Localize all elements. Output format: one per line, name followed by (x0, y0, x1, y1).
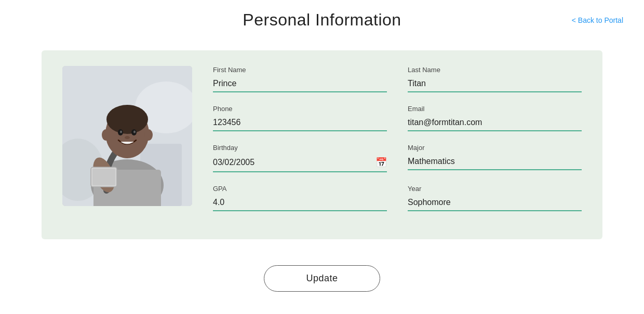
major-input[interactable] (408, 157, 582, 170)
update-section: Update (0, 250, 644, 302)
gpa-label: GPA (213, 185, 387, 193)
gpa-input[interactable] (213, 198, 387, 211)
svg-point-14 (120, 131, 122, 133)
birthday-input-wrapper: 📅 (213, 157, 387, 172)
major-label: Major (408, 144, 582, 152)
svg-rect-8 (92, 169, 115, 185)
last-name-field: Last Name (408, 66, 582, 92)
first-name-label: First Name (213, 66, 387, 74)
calendar-icon[interactable]: 📅 (375, 157, 387, 168)
svg-point-15 (133, 131, 136, 133)
svg-point-11 (106, 105, 148, 134)
form-row-contact: Phone Email (213, 105, 582, 131)
email-input[interactable] (408, 118, 582, 131)
form-row-gpa-year: GPA Year (213, 185, 582, 211)
update-button[interactable]: Update (264, 265, 380, 292)
year-input[interactable] (408, 198, 582, 211)
svg-point-16 (125, 136, 130, 139)
form-row-name: First Name Last Name (213, 66, 582, 92)
form-section: First Name Last Name Phone Email Birthda… (213, 66, 582, 224)
info-card: First Name Last Name Phone Email Birthda… (42, 50, 602, 239)
year-field: Year (408, 185, 582, 211)
last-name-input[interactable] (408, 79, 582, 92)
phone-label: Phone (213, 105, 387, 113)
form-row-birthday-major: Birthday 📅 Major (213, 144, 582, 172)
birthday-input[interactable] (213, 158, 373, 167)
phone-field: Phone (213, 105, 387, 131)
major-field: Major (408, 144, 582, 172)
first-name-input[interactable] (213, 79, 387, 92)
last-name-label: Last Name (408, 66, 582, 74)
email-label: Email (408, 105, 582, 113)
email-field: Email (408, 105, 582, 131)
page-header: Personal Information < Back to Portal (0, 0, 644, 40)
avatar (62, 66, 192, 206)
year-label: Year (408, 185, 582, 193)
svg-point-18 (144, 129, 153, 141)
gpa-field: GPA (213, 185, 387, 211)
page-title: Personal Information (243, 10, 401, 30)
birthday-field: Birthday 📅 (213, 144, 387, 172)
back-to-portal-link[interactable]: < Back to Portal (572, 16, 623, 24)
first-name-field: First Name (213, 66, 387, 92)
phone-input[interactable] (213, 118, 387, 131)
svg-point-17 (102, 129, 110, 141)
birthday-label: Birthday (213, 144, 387, 152)
